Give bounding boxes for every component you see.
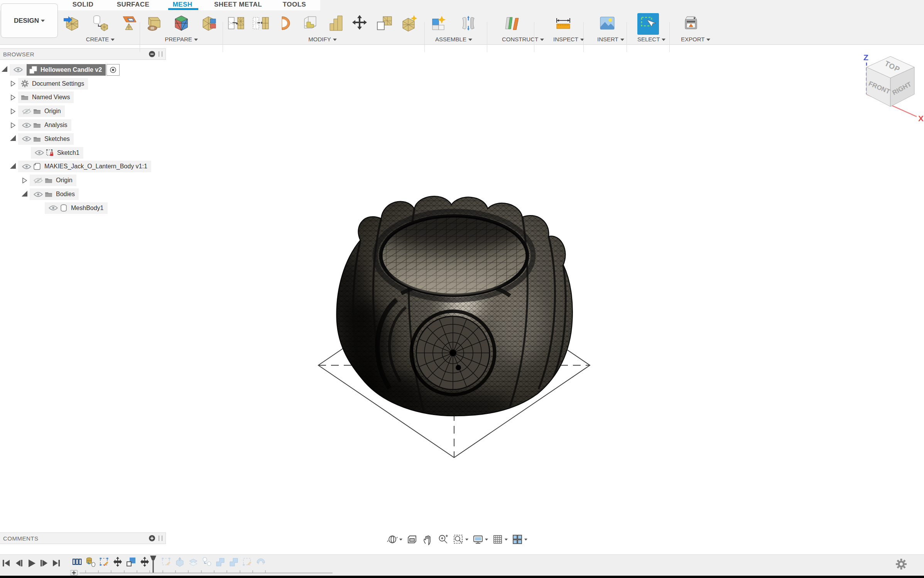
grid-icon[interactable] bbox=[491, 533, 508, 546]
group-label-inspect[interactable]: INSPECT bbox=[553, 36, 573, 42]
shell-mesh-icon[interactable] bbox=[275, 13, 296, 33]
panel-drag-grip[interactable] bbox=[159, 51, 162, 57]
paint-mesh-icon[interactable] bbox=[171, 13, 191, 33]
joint-icon[interactable] bbox=[458, 13, 478, 33]
expander-expanded-icon[interactable] bbox=[2, 66, 7, 72]
orbit-icon[interactable] bbox=[386, 533, 403, 546]
timeline-future-convert-body-icon[interactable] bbox=[201, 556, 212, 567]
offset-mesh-icon[interactable] bbox=[325, 13, 345, 33]
reduce-mesh-icon[interactable] bbox=[251, 13, 271, 33]
eye-icon[interactable] bbox=[49, 205, 58, 211]
timeline-sketch-icon[interactable] bbox=[99, 556, 110, 567]
group-label-construct[interactable]: CONSTRUCT bbox=[502, 36, 522, 42]
step-forward-icon[interactable] bbox=[39, 558, 49, 569]
tree-row-named-views[interactable]: Named Views bbox=[0, 91, 166, 105]
panel-drag-grip[interactable] bbox=[159, 536, 162, 541]
browser-panel-header[interactable]: BROWSER bbox=[0, 48, 166, 60]
activate-component-radio[interactable] bbox=[106, 64, 120, 76]
replace-face-icon[interactable] bbox=[374, 13, 394, 33]
eye-icon[interactable] bbox=[22, 122, 31, 128]
eye-icon[interactable] bbox=[22, 136, 31, 142]
expander-collapsed-icon[interactable] bbox=[10, 95, 16, 100]
display-settings-icon[interactable] bbox=[471, 533, 489, 546]
group-label-insert[interactable]: INSERT bbox=[597, 36, 617, 42]
expander-expanded-icon[interactable] bbox=[10, 163, 16, 169]
eye-off-icon[interactable] bbox=[34, 178, 43, 183]
tree-row-linked-component[interactable]: MAKIES_Jack_O_Lantern_Body v1:1 bbox=[0, 160, 166, 174]
expander-collapsed-icon[interactable] bbox=[10, 122, 16, 128]
timeline-future-revolve-icon[interactable] bbox=[255, 556, 266, 567]
repair-mesh-icon[interactable] bbox=[144, 13, 164, 33]
timeline-future-combine-icon[interactable] bbox=[215, 556, 226, 567]
plane-cut-icon[interactable] bbox=[300, 13, 320, 33]
group-label-select[interactable]: SELECT bbox=[637, 36, 659, 42]
tab-surface[interactable]: SURFACE bbox=[114, 0, 152, 10]
construction-plane-icon[interactable] bbox=[502, 13, 522, 33]
tree-row-origin[interactable]: Origin bbox=[0, 104, 166, 118]
selected-document-chip[interactable]: Helloween Candle v2 bbox=[27, 64, 106, 76]
play-icon[interactable] bbox=[26, 558, 37, 569]
zoom-icon[interactable] bbox=[436, 533, 449, 546]
canvas-image-icon[interactable] bbox=[597, 13, 617, 33]
group-label-modify[interactable]: MODIFY bbox=[226, 36, 419, 42]
remesh-icon[interactable] bbox=[226, 13, 246, 33]
tree-row-meshbody1[interactable]: MeshBody1 bbox=[0, 201, 166, 215]
group-label-export[interactable]: EXPORT bbox=[681, 36, 701, 42]
tab-solid[interactable]: SOLID bbox=[64, 0, 102, 10]
timeline-insert-mesh-icon[interactable] bbox=[85, 556, 96, 567]
expander-expanded-icon[interactable] bbox=[22, 191, 27, 197]
tree-row-root-document[interactable]: Helloween Candle v2 bbox=[0, 63, 166, 77]
tree-row-sketches[interactable]: Sketches bbox=[0, 132, 166, 146]
timeline-future-sketch-icon[interactable] bbox=[161, 556, 172, 567]
convert-mesh-icon[interactable] bbox=[399, 13, 419, 33]
view-cube[interactable]: Z X TOP FRONT RIGHT bbox=[852, 50, 924, 125]
expander-collapsed-icon[interactable] bbox=[22, 178, 27, 183]
tab-sheet-metal[interactable]: SHEET METAL bbox=[211, 0, 265, 10]
tab-tools[interactable]: TOOLS bbox=[275, 0, 314, 10]
add-comment-icon[interactable] bbox=[149, 535, 155, 542]
pan-icon[interactable] bbox=[421, 533, 434, 546]
timeline-move-icon[interactable] bbox=[139, 556, 150, 567]
create-mesh-cylinder-icon[interactable] bbox=[90, 13, 110, 33]
visibility-chip[interactable] bbox=[10, 64, 27, 76]
tree-row-component-origin[interactable]: Origin bbox=[0, 173, 166, 187]
measure-icon[interactable] bbox=[553, 13, 573, 33]
expander-collapsed-icon[interactable] bbox=[10, 81, 16, 86]
timeline-move-icon[interactable] bbox=[112, 556, 123, 567]
go-to-start-icon[interactable] bbox=[2, 558, 12, 569]
tree-row-analysis[interactable]: Analysis bbox=[0, 118, 166, 132]
step-back-icon[interactable] bbox=[14, 558, 25, 569]
select-icon[interactable] bbox=[637, 13, 659, 35]
collapse-panel-icon[interactable] bbox=[149, 51, 155, 58]
comments-panel-header[interactable]: COMMENTS bbox=[0, 532, 166, 544]
move-icon[interactable] bbox=[350, 13, 370, 33]
group-label-prepare[interactable]: PREPARE bbox=[144, 36, 219, 42]
group-label-assemble[interactable]: ASSEMBLE bbox=[429, 36, 478, 42]
tree-row-sketch1[interactable]: Sketch1 bbox=[0, 146, 166, 160]
group-label-create[interactable]: CREATE bbox=[62, 36, 139, 42]
face-groups-icon[interactable] bbox=[199, 13, 219, 33]
timeline-future-combine-icon[interactable] bbox=[228, 556, 239, 567]
timeline-future-extrude-icon[interactable] bbox=[174, 556, 185, 567]
expander-collapsed-icon[interactable] bbox=[10, 108, 16, 114]
look-at-icon[interactable] bbox=[405, 533, 419, 546]
timeline-future-sketch-icon[interactable] bbox=[242, 556, 253, 567]
tree-row-bodies[interactable]: Bodies bbox=[0, 187, 166, 201]
timeline-component-group-icon[interactable] bbox=[72, 556, 83, 567]
create-mesh-face-icon[interactable] bbox=[119, 13, 139, 33]
eye-icon[interactable] bbox=[35, 150, 44, 156]
eye-icon[interactable] bbox=[22, 164, 31, 170]
eye-icon[interactable] bbox=[34, 192, 43, 197]
new-component-icon[interactable] bbox=[429, 13, 449, 33]
expander-expanded-icon[interactable] bbox=[10, 135, 16, 141]
fit-icon[interactable] bbox=[452, 533, 469, 546]
go-to-end-icon[interactable] bbox=[51, 558, 62, 569]
eye-off-icon[interactable] bbox=[22, 108, 31, 114]
export-3d-print-icon[interactable] bbox=[681, 13, 701, 33]
tree-row-document-settings[interactable]: Document Settings bbox=[0, 77, 166, 91]
insert-mesh-icon[interactable] bbox=[62, 13, 82, 33]
viewports-icon[interactable] bbox=[511, 533, 528, 546]
timeline-settings[interactable] bbox=[896, 559, 907, 571]
timeline-scale-icon[interactable] bbox=[126, 556, 137, 567]
workspace-switcher-button[interactable]: DESIGN bbox=[1, 3, 58, 38]
